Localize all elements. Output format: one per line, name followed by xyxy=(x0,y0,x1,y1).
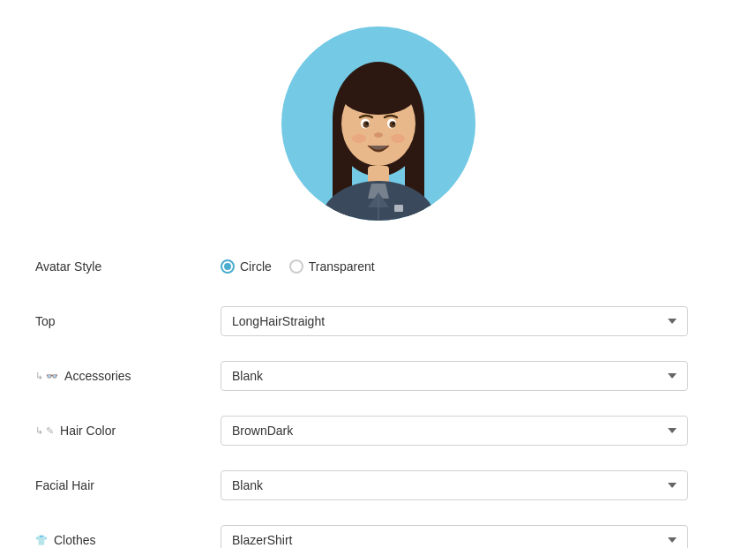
radio-transparent-text: Transparent xyxy=(309,259,375,274)
clothes-control: BlazerShirt BlazerSweater CollarSweater … xyxy=(221,525,721,548)
radio-circle-label[interactable]: Circle xyxy=(221,259,272,274)
facial-hair-label: Facial Hair xyxy=(35,478,221,492)
top-control: LongHairStraight LongHairCurly ShortHair… xyxy=(221,306,721,336)
avatar-preview xyxy=(281,26,475,221)
accessories-control: Blank Kurt Prescription01 Prescription02… xyxy=(221,361,721,391)
hair-color-row: ↳ ✎ Hair Color Auburn Black Blonde Blond… xyxy=(35,411,721,450)
accessories-indent-icon: ↳ 👓 xyxy=(35,371,58,382)
avatar-svg xyxy=(290,35,467,221)
facial-hair-control: Blank BeardLight BeardMagestic BeardMedi… xyxy=(221,470,721,500)
avatar-style-radio-group: Circle Transparent xyxy=(221,259,721,274)
accessories-row: ↳ 👓 Accessories Blank Kurt Prescription0… xyxy=(35,357,721,395)
top-row: Top LongHairStraight LongHairCurly Short… xyxy=(35,302,721,341)
svg-point-8 xyxy=(348,76,409,104)
svg-point-17 xyxy=(391,134,405,143)
facial-hair-select[interactable]: Blank BeardLight BeardMagestic BeardMedi… xyxy=(221,470,688,500)
radio-circle[interactable] xyxy=(221,259,235,274)
hair-color-control: Auburn Black Blonde BlondeGolden Brown B… xyxy=(221,416,721,446)
svg-point-15 xyxy=(374,132,383,138)
radio-circle-text: Circle xyxy=(240,259,272,274)
clothes-indent-icon: 👕 xyxy=(35,535,48,546)
clothes-label: 👕 Clothes xyxy=(35,533,221,547)
hair-color-label: ↳ ✎ Hair Color xyxy=(35,424,221,438)
hair-color-indent-icon: ↳ ✎ xyxy=(35,425,54,437)
top-select[interactable]: LongHairStraight LongHairCurly ShortHair… xyxy=(221,306,688,336)
clothes-row: 👕 Clothes BlazerShirt BlazerSweater Coll… xyxy=(35,521,721,548)
page-container: Avatar Style Circle Transparent Top xyxy=(0,0,756,548)
avatar-style-row: Avatar Style Circle Transparent xyxy=(35,247,721,286)
facial-hair-row: Facial Hair Blank BeardLight BeardMagest… xyxy=(35,466,721,505)
svg-point-13 xyxy=(365,123,368,125)
clothes-select[interactable]: BlazerShirt BlazerSweater CollarSweater … xyxy=(221,525,688,548)
svg-rect-20 xyxy=(394,205,403,212)
svg-point-16 xyxy=(352,134,366,143)
radio-transparent-label[interactable]: Transparent xyxy=(289,259,375,274)
top-label: Top xyxy=(35,314,221,328)
avatar-style-label: Avatar Style xyxy=(35,259,221,274)
avatar-section xyxy=(35,18,721,221)
accessories-select[interactable]: Blank Kurt Prescription01 Prescription02… xyxy=(221,361,688,391)
svg-point-14 xyxy=(392,123,394,125)
radio-transparent[interactable] xyxy=(289,259,303,274)
avatar-style-control: Circle Transparent xyxy=(221,259,721,274)
form-section: Avatar Style Circle Transparent Top xyxy=(35,247,721,548)
hair-color-select[interactable]: Auburn Black Blonde BlondeGolden Brown B… xyxy=(221,416,688,446)
accessories-label: ↳ 👓 Accessories xyxy=(35,369,221,383)
